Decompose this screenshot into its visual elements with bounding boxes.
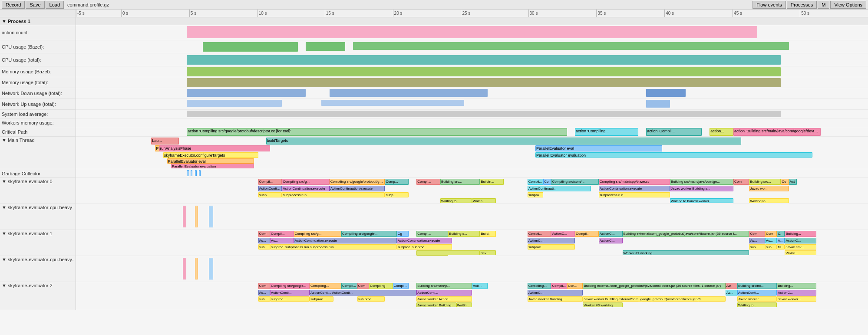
label-system-load: System load average: xyxy=(0,110,76,118)
chart-action-count xyxy=(76,25,868,40)
ruler-tick: 15 s xyxy=(325,10,334,17)
label-skyframe-eval-2: ▼ skyframe-evaluator 2 xyxy=(0,282,76,310)
chart-skyframe-eval-1: Com Compil... Compiling src/g... Compili… xyxy=(76,230,868,256)
label-skyframe-eval-0: ▼ skyframe-evaluator 0 xyxy=(0,178,76,204)
label-skyframe-eval-1: ▼ skyframe-evaluator 1 xyxy=(0,230,76,256)
chart-memory-bazel xyxy=(76,66,868,77)
process-header-row: ▼ Process 1 xyxy=(0,17,868,25)
save-button[interactable]: Save xyxy=(26,1,44,9)
chart-workers-memory xyxy=(76,118,868,127)
chart-cpu-bazel xyxy=(76,40,868,53)
row-workers-memory: Workers memory usage: xyxy=(0,118,868,127)
chart-network-up xyxy=(76,99,868,110)
row-skyframe-cpu-0: ▼ skyframe-evaluator-cpu-heavy- xyxy=(0,204,868,230)
label-workers-memory: Workers memory usage: xyxy=(0,118,76,127)
ruler-tick: -5 s xyxy=(76,10,85,17)
toolbar: Record Save Load command.profile.gz Flow… xyxy=(0,0,868,10)
process-triangle: ▼ xyxy=(2,19,7,24)
time-ruler: -5 s0 s5 s10 s15 s20 s25 s30 s35 s40 s45… xyxy=(76,10,868,17)
toolbar-right: Flow events Processes M View Options xyxy=(752,1,866,9)
scroll-area[interactable]: -5 s0 s5 s10 s15 s20 s25 s30 s35 s40 s45… xyxy=(0,10,868,335)
view-options-button[interactable]: View Options xyxy=(830,1,866,9)
load-button[interactable]: Load xyxy=(46,1,64,9)
ruler-tick: 20 s xyxy=(393,10,403,17)
label-garbage-collector: Garbage Collector xyxy=(0,169,76,178)
label-main-thread: ▼ Main Thread xyxy=(0,137,76,169)
chart-memory-total xyxy=(76,77,868,88)
chart-cpu-total xyxy=(76,53,868,66)
filename-label: command.profile.gz xyxy=(67,2,109,7)
chart-critical-path: action 'Compiling src/google/protobuf/de… xyxy=(76,127,868,137)
row-skyframe-eval-1: ▼ skyframe-evaluator 1 Com Compil... Com… xyxy=(0,230,868,256)
label-skyframe-cpu-1: ▼ skyframe-evaluator-cpu-heavy- xyxy=(0,256,76,282)
flow-events-button[interactable]: Flow events xyxy=(752,1,786,9)
chart-skyframe-eval-0: Compil... Compiling src/g... Compiling s… xyxy=(76,178,868,204)
chart-skyframe-cpu-1 xyxy=(76,256,868,282)
ruler-tick: 35 s xyxy=(596,10,606,17)
ruler-tick: 0 s xyxy=(121,10,128,17)
ruler-tick: 50 s xyxy=(800,10,809,17)
label-cpu-total: CPU usage (total): xyxy=(0,53,76,66)
ruler-tick: 5 s xyxy=(189,10,196,17)
process-chart-header xyxy=(76,17,868,25)
process-title: ▼ Process 1 xyxy=(0,17,76,25)
row-cpu-total: CPU usage (total): xyxy=(0,53,868,66)
label-memory-total: Memory usage (total): xyxy=(0,77,76,88)
row-skyframe-cpu-1: ▼ skyframe-evaluator-cpu-heavy- xyxy=(0,256,868,282)
label-action-count: action count: xyxy=(0,25,76,40)
record-button[interactable]: Record xyxy=(2,1,25,9)
ruler-corner xyxy=(0,10,76,17)
chart-main-thread: Lau... Par runAnalysisPhase skyframeExec… xyxy=(76,137,868,169)
row-main-thread: ▼ Main Thread Lau... Par runAnalysisPhas… xyxy=(0,137,868,169)
row-memory-total: Memory usage (total): xyxy=(0,77,868,88)
processes-button[interactable]: Processes xyxy=(787,1,817,9)
ruler-tick: 45 s xyxy=(733,10,742,17)
row-cpu-bazel: CPU usage (Bazel): xyxy=(0,40,868,53)
label-network-up: Network Up usage (total): xyxy=(0,99,76,110)
row-critical-path: Critical Path action 'Compiling src/goog… xyxy=(0,127,868,137)
row-action-count: action count: xyxy=(0,25,868,40)
main-panel: -5 s0 s5 s10 s15 s20 s25 s30 s35 s40 s45… xyxy=(0,10,868,335)
row-system-load: System load average: xyxy=(0,110,868,118)
chart-system-load xyxy=(76,110,868,118)
ruler-tick: 30 s xyxy=(528,10,538,17)
ruler-tick: 10 s xyxy=(257,10,267,17)
row-garbage-collector: Garbage Collector xyxy=(0,169,868,178)
row-network-up: Network Up usage (total): xyxy=(0,99,868,110)
label-network-down: Network Down usage (total): xyxy=(0,88,76,99)
row-skyframe-eval-2: ▼ skyframe-evaluator 2 Com Compiling src… xyxy=(0,282,868,310)
label-memory-bazel: Memory usage (Bazel): xyxy=(0,66,76,77)
ruler-tick: 40 s xyxy=(664,10,674,17)
m-button[interactable]: M xyxy=(818,1,829,9)
chart-network-down xyxy=(76,88,868,99)
chart-skyframe-eval-2: Com Compiling src/google... Compiling...… xyxy=(76,282,868,310)
label-cpu-bazel: CPU usage (Bazel): xyxy=(0,40,76,53)
chart-garbage-collector xyxy=(76,169,868,178)
chart-skyframe-cpu-0 xyxy=(76,204,868,230)
ruler-tick: 25 s xyxy=(461,10,470,17)
label-skyframe-cpu-0: ▼ skyframe-evaluator-cpu-heavy- xyxy=(0,204,76,230)
process-title-text: Process 1 xyxy=(8,19,30,24)
label-critical-path: Critical Path xyxy=(0,127,76,137)
row-memory-bazel: Memory usage (Bazel): xyxy=(0,66,868,77)
row-network-down: Network Down usage (total): xyxy=(0,88,868,99)
row-skyframe-eval-0: ▼ skyframe-evaluator 0 Compil... Compili… xyxy=(0,178,868,204)
